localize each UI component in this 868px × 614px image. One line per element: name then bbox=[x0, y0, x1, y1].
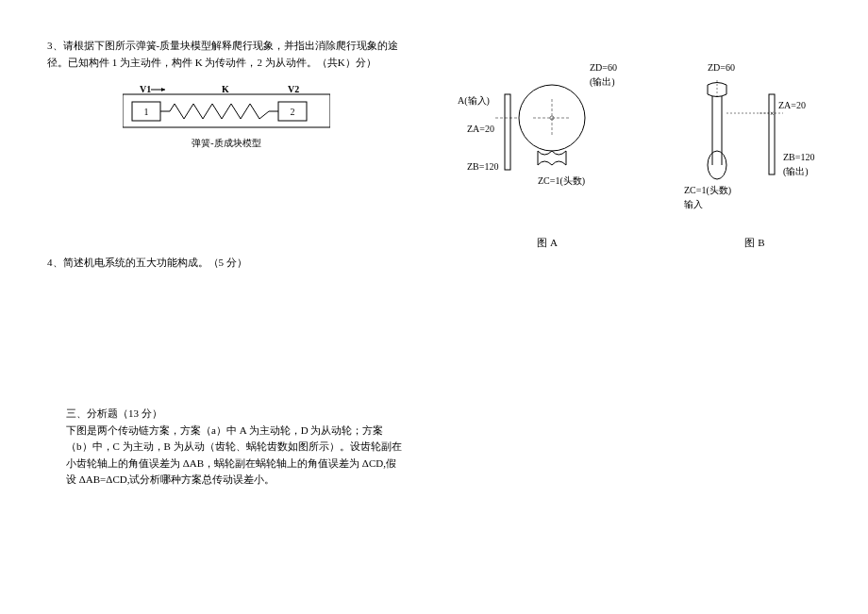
k-label: K bbox=[222, 85, 229, 94]
spring-diagram: 1 V1 K 2 V2 弹簧-质成块模型 bbox=[47, 85, 406, 150]
figb-label: 图 B bbox=[670, 236, 840, 250]
v2-label: V2 bbox=[288, 85, 299, 94]
section-3-body: 下图是两个传动链方案，方案（a）中 A 为主动轮，D 为从动轮；方案（b）中，C… bbox=[66, 423, 406, 489]
figure-a-svg: ZD=60 (输出) A(输入) ZA=20 ZB=120 bbox=[453, 57, 642, 226]
block1-label: 1 bbox=[144, 107, 149, 117]
figb-za: ZA=20 bbox=[778, 100, 806, 110]
svg-marker-3 bbox=[161, 88, 165, 91]
spring-model-svg: 1 V1 K 2 V2 bbox=[123, 85, 330, 132]
spring-caption: 弹簧-质成块模型 bbox=[123, 137, 330, 150]
question-3-text: 3、请根据下图所示弹簧-质量块模型解释爬行现象，并指出消除爬行现象的途径。已知构… bbox=[47, 38, 406, 71]
figa-zd: ZD=60 bbox=[590, 62, 617, 73]
figure-a: ZD=60 (输出) A(输入) ZA=20 ZB=120 bbox=[453, 57, 642, 250]
figa-za: ZA=20 bbox=[467, 124, 494, 134]
svg-rect-9 bbox=[505, 94, 510, 170]
figa-zb: ZB=120 bbox=[467, 161, 498, 172]
figb-zc: ZC=1(头数) bbox=[684, 185, 731, 196]
figa-output: (输出) bbox=[590, 76, 615, 88]
figb-zb: ZB=120 bbox=[783, 152, 814, 162]
figb-input: 输入 bbox=[684, 199, 703, 209]
svg-text:×: × bbox=[770, 109, 775, 118]
figure-b: ZD=60 ZA=20 × ZB=120 (输出) bbox=[670, 57, 840, 250]
figa-a-input: A(输入) bbox=[458, 95, 490, 107]
section-3-title: 三、分析题（13 分） bbox=[66, 406, 406, 423]
figure-b-svg: ZD=60 ZA=20 × ZB=120 (输出) bbox=[670, 57, 840, 226]
figa-zc: ZC=1(头数) bbox=[538, 175, 585, 187]
figb-output: (输出) bbox=[783, 166, 809, 177]
svg-rect-14 bbox=[769, 94, 775, 174]
section-3: 三、分析题（13 分） 下图是两个传动链方案，方案（a）中 A 为主动轮，D 为… bbox=[66, 406, 406, 489]
v1-label: V1 bbox=[140, 85, 151, 94]
figa-label: 图 A bbox=[453, 236, 642, 250]
block2-label: 2 bbox=[291, 107, 295, 117]
svg-point-19 bbox=[708, 151, 726, 179]
question-4-text: 4、简述机电系统的五大功能构成。（5 分） bbox=[47, 255, 406, 272]
figb-zd: ZD=60 bbox=[708, 62, 735, 73]
